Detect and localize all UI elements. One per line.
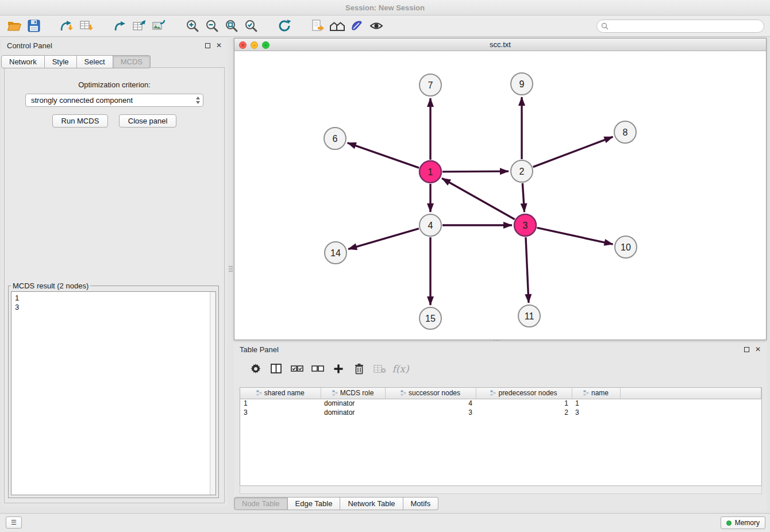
table-row[interactable]: 1dominator411 [240, 399, 761, 408]
graph-edge-1-2[interactable] [442, 171, 509, 172]
tab-select[interactable]: Select [77, 55, 113, 68]
column-header-shared-name[interactable]: shared name [240, 388, 321, 399]
column-header-predecessor-nodes[interactable]: predecessor nodes [476, 388, 572, 399]
graph-node-label: 3 [523, 221, 528, 230]
clear-selection-icon[interactable] [307, 360, 328, 378]
graph-edge-3-10[interactable] [537, 228, 613, 244]
refresh-icon[interactable] [275, 17, 294, 34]
graph-edge-2-3[interactable] [522, 183, 524, 212]
zoom-fit-icon[interactable] [222, 17, 241, 34]
save-session-icon[interactable] [24, 17, 44, 34]
show-hide-icon[interactable] [367, 17, 386, 34]
mcds-result-line: 1 [15, 294, 215, 303]
memory-status-icon [726, 521, 732, 526]
close-table-panel-icon[interactable]: ✕ [755, 345, 761, 353]
copy-network-icon[interactable] [308, 17, 328, 34]
zoom-selected-icon[interactable] [241, 17, 261, 34]
close-panel-button[interactable]: Close panel [119, 114, 177, 128]
memory-button[interactable]: Memory [721, 516, 765, 529]
export-image-icon[interactable] [149, 17, 169, 34]
zoom-in-icon[interactable] [183, 17, 202, 34]
search-input[interactable] [611, 21, 764, 32]
table-cell: 3 [572, 408, 620, 417]
memory-label: Memory [735, 519, 760, 527]
tab-style[interactable]: Style [45, 55, 77, 68]
tab-network-table[interactable]: Network Table [340, 497, 403, 510]
graph-node-label: 11 [525, 311, 534, 321]
table-cell: 1 [572, 399, 620, 408]
column-header-name[interactable]: name [572, 388, 620, 399]
run-mcds-button[interactable]: Run MCDS [52, 114, 109, 128]
select-all-icon[interactable] [287, 360, 307, 378]
network-view-window: ✕ − + scc.txt 7968124314101511 [234, 38, 767, 340]
export-table-icon[interactable] [130, 17, 149, 34]
table-cell: 3 [240, 408, 321, 417]
column-header-filler [620, 388, 761, 399]
graph-node-label: 2 [519, 167, 525, 176]
column-header-MCDS-role[interactable]: MCDS role [321, 388, 385, 399]
import-table-icon[interactable] [77, 17, 97, 34]
network-canvas[interactable]: 7968124314101511 [234, 51, 766, 340]
graph-edge-3-1[interactable] [442, 178, 515, 219]
gear-icon[interactable] [245, 360, 266, 378]
delete-row-icon[interactable] [349, 360, 369, 378]
float-panel-icon[interactable] [205, 41, 210, 49]
mcds-result-group: MCDS result (2 nodes) 13 [8, 282, 219, 498]
mcds-result-title: MCDS result (2 nodes) [11, 282, 90, 290]
node-table[interactable]: shared nameMCDS rolesuccessor nodesprede… [240, 387, 762, 486]
table-cell: dominator [321, 408, 385, 417]
function-icon[interactable]: f(x) [390, 360, 411, 378]
graph-node-label: 10 [621, 242, 631, 252]
graph-edge-2-8[interactable] [533, 137, 613, 167]
delete-table-icon[interactable] [369, 360, 390, 378]
add-row-icon[interactable] [328, 360, 349, 378]
application-window: Session: New Session [0, 0, 770, 532]
result-scrollbar[interactable] [210, 292, 215, 495]
task-history-icon[interactable]: ☰ [6, 516, 22, 529]
optimization-dropdown[interactable]: strongly connected component [25, 94, 203, 107]
tab-mcds[interactable]: MCDS [113, 55, 151, 68]
search-icon [601, 22, 609, 30]
float-table-panel-icon[interactable] [744, 345, 749, 353]
column-type-icon [401, 390, 406, 396]
tab-node-table[interactable]: Node Table [234, 497, 288, 510]
minimize-window-icon[interactable]: − [251, 41, 258, 49]
export-network-icon[interactable] [110, 17, 130, 34]
status-bar: ☰ Memory [0, 513, 770, 532]
import-network-icon[interactable] [57, 17, 77, 34]
table-row[interactable]: 3dominator323 [240, 408, 761, 417]
style-icon[interactable] [347, 17, 367, 34]
home-icon[interactable] [328, 17, 347, 34]
search-box[interactable] [596, 20, 764, 33]
graph-node-label: 4 [428, 221, 433, 230]
vertical-splitter-handle[interactable] [229, 265, 233, 280]
maximize-window-icon[interactable]: + [262, 41, 270, 49]
graph-node-label: 14 [330, 248, 341, 258]
table-cell: 4 [385, 399, 476, 408]
dropdown-value: strongly connected component [31, 96, 195, 105]
zoom-out-icon[interactable] [202, 17, 222, 34]
close-panel-icon[interactable]: ✕ [216, 41, 222, 49]
graph-node-label: 9 [519, 79, 525, 89]
columns-icon[interactable] [266, 360, 287, 378]
open-folder-icon[interactable] [5, 17, 24, 34]
graph-edge-3-11[interactable] [526, 237, 529, 303]
tab-network[interactable]: Network [1, 55, 45, 68]
control-panel-header: Control Panel ✕ [1, 38, 228, 53]
mcds-buttons-row: Run MCDS Close panel [5, 114, 224, 128]
tab-edge-table[interactable]: Edge Table [288, 497, 341, 510]
table-cell: 3 [385, 408, 476, 417]
column-type-icon [490, 390, 496, 396]
table-panel-header: Table Panel ✕ [234, 342, 767, 356]
optimization-label: Optimization criterion: [5, 80, 224, 89]
mcds-result-list[interactable]: 13 [11, 291, 216, 495]
table-scrollbar[interactable] [240, 486, 762, 494]
graph-node-label: 8 [623, 128, 628, 137]
graph-edge-4-14[interactable] [348, 229, 419, 249]
window-titlebar: Session: New Session [0, 0, 770, 16]
column-header-successor-nodes[interactable]: successor nodes [385, 388, 476, 399]
main-toolbar [0, 16, 770, 37]
tab-motifs[interactable]: Motifs [403, 497, 439, 510]
close-window-icon[interactable]: ✕ [239, 41, 247, 49]
graph-edge-1-6[interactable] [348, 143, 419, 168]
